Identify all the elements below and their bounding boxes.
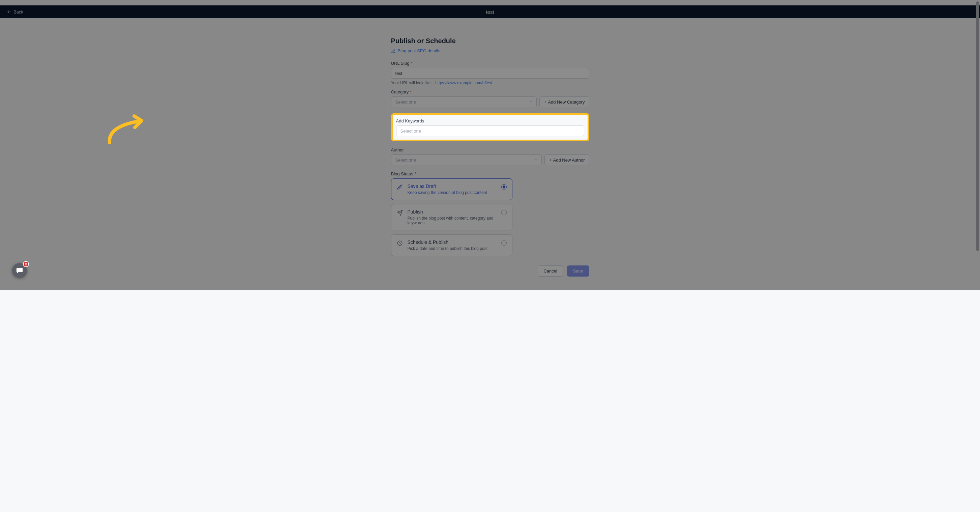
form-column: Publish or Schedule Blog post SEO detail… (391, 18, 589, 290)
url-slug-label: URL Slug* (391, 61, 589, 66)
url-slug-hint: Your URL will look like: - https://www.e… (391, 81, 589, 85)
send-icon (397, 210, 403, 216)
seo-link-label: Blog post SEO details (398, 48, 440, 53)
keywords-placeholder: Select one (401, 129, 421, 134)
url-preview-link[interactable]: https://www.example.com/b/test (435, 81, 492, 85)
blog-status-label: Blog Status* (391, 171, 589, 176)
option-desc: Pick a date and time to publish this blo… (407, 246, 496, 251)
radio-unselected-icon (501, 240, 507, 246)
chevron-down-icon (529, 100, 533, 104)
url-slug-label-text: URL Slug (391, 61, 410, 66)
status-option-draft[interactable]: Save as Draft Keep saving the version of… (391, 179, 512, 200)
save-button[interactable]: Save (567, 265, 589, 277)
chat-widget-button[interactable]: 8 (12, 263, 27, 278)
arrow-left-icon (7, 10, 11, 14)
url-slug-input[interactable] (391, 68, 589, 78)
footer-buttons: Cancel Save (391, 265, 589, 277)
add-category-button[interactable]: + Add New Category (539, 96, 589, 107)
option-title: Schedule & Publish (407, 239, 496, 245)
option-body: Schedule & Publish Pick a date and time … (407, 239, 496, 251)
status-option-publish[interactable]: Publish Publish the blog post with conte… (391, 204, 512, 230)
author-select[interactable]: Select one (391, 155, 542, 165)
keywords-select[interactable]: Select one (396, 126, 584, 136)
pencil-icon (397, 184, 403, 190)
back-button[interactable]: Back (7, 10, 23, 14)
required-asterisk: * (410, 89, 412, 94)
option-title: Publish (407, 209, 496, 215)
radio-unselected-icon (501, 210, 507, 215)
url-hint-prefix: Your URL will look like: (391, 81, 433, 85)
radio-selected-icon (501, 184, 507, 190)
field-keywords-highlight: Add Keywords Select one (391, 113, 589, 141)
clock-icon (397, 240, 403, 246)
option-body: Save as Draft Keep saving the version of… (407, 183, 496, 195)
top-spacer (0, 0, 980, 5)
required-asterisk: * (411, 61, 413, 66)
pencil-icon (391, 49, 396, 53)
category-select[interactable]: Select one (391, 96, 537, 107)
field-blog-status: Blog Status* Save as Draft Keep saving t… (391, 171, 589, 256)
field-author: Author Select one + Add New Author (391, 147, 589, 165)
header-bar: Back test (0, 5, 980, 18)
field-category: Category* Select one + Add New Category (391, 89, 589, 107)
field-url-slug: URL Slug* Your URL will look like: - htt… (391, 61, 589, 85)
plus-icon: + (544, 99, 546, 104)
scrollbar-thumb[interactable] (976, 2, 979, 251)
back-label: Back (13, 10, 23, 14)
add-author-button[interactable]: + Add New Author (544, 155, 589, 165)
status-option-schedule[interactable]: Schedule & Publish Pick a date and time … (391, 234, 512, 256)
category-label-text: Category (391, 89, 409, 94)
chat-badge: 8 (23, 261, 29, 267)
scrollbar[interactable] (975, 0, 980, 290)
keywords-label: Add Keywords (396, 118, 584, 123)
annotation-arrow-icon (101, 114, 152, 148)
option-title: Save as Draft (407, 183, 496, 189)
cancel-button[interactable]: Cancel (538, 265, 563, 277)
chevron-down-icon (534, 158, 538, 162)
blog-status-label-text: Blog Status (391, 171, 414, 176)
category-placeholder: Select one (395, 99, 416, 105)
option-desc: Publish the blog post with content, cate… (407, 216, 496, 225)
author-label: Author (391, 147, 589, 152)
page-root: Back test Publish or Schedule Blog post … (0, 0, 980, 290)
header-title: test (486, 9, 494, 15)
required-asterisk: * (415, 171, 416, 176)
seo-details-link[interactable]: Blog post SEO details (391, 48, 440, 53)
author-placeholder: Select one (395, 158, 416, 163)
chat-icon (16, 267, 23, 274)
option-desc: Keep saving the version of blog post con… (407, 190, 496, 195)
category-label: Category* (391, 89, 589, 94)
page-title: Publish or Schedule (391, 37, 589, 45)
add-category-label: Add New Category (548, 99, 585, 105)
option-body: Publish Publish the blog post with conte… (407, 209, 496, 225)
add-author-label: Add New Author (553, 158, 585, 163)
plus-icon: + (549, 158, 552, 162)
